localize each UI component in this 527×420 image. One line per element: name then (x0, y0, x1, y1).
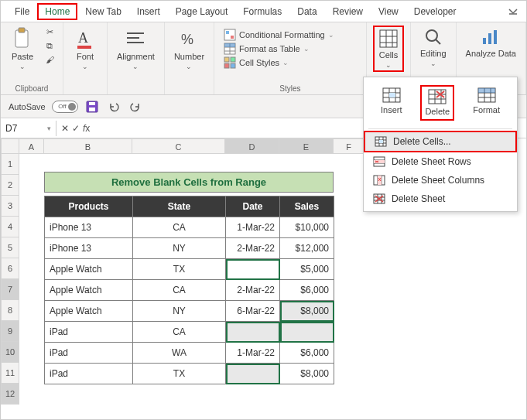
dd-insert-button[interactable]: Insert (378, 85, 406, 121)
cell[interactable]: WA (133, 343, 226, 364)
row-header-3[interactable]: 3 (1, 196, 19, 217)
cell[interactable]: $6,000 (280, 343, 334, 364)
tab-formulas[interactable]: Formulas (235, 3, 289, 20)
menu-delete-sheet-columns[interactable]: Delete Sheet Columns (364, 171, 517, 190)
format-painter-button[interactable]: 🖌 (43, 53, 56, 66)
cell[interactable]: Apple Watch (45, 259, 133, 280)
cell[interactable]: iPhone 13 (45, 238, 133, 259)
col-header-e[interactable]: E (279, 138, 334, 154)
row-header-11[interactable]: 11 (1, 363, 19, 384)
col-header-c[interactable]: C (132, 138, 225, 154)
cell-selected-blank[interactable] (226, 364, 280, 384)
col-header-b[interactable]: B (44, 138, 132, 154)
conditional-formatting-button[interactable]: Conditional Formatting⌄ (224, 29, 334, 41)
cell[interactable]: 6-Mar-22 (226, 301, 280, 322)
cell[interactable]: Apple Watch (45, 301, 133, 322)
row-header-2[interactable]: 2 (1, 175, 19, 196)
cell[interactable]: CA (133, 217, 226, 238)
cell-styles-button[interactable]: Cell Styles⌄ (224, 56, 289, 69)
paste-button[interactable]: Paste (7, 26, 38, 72)
row-header-6[interactable]: 6 (1, 258, 19, 279)
svg-rect-31 (89, 102, 95, 105)
group-styles: Conditional Formatting⌄ Format as Table⌄… (214, 22, 367, 94)
fx-icon[interactable]: fx (83, 123, 90, 134)
tab-pagelayout[interactable]: Page Layout (168, 3, 235, 20)
cell[interactable]: iPad (45, 364, 133, 384)
dd-format-button[interactable]: Format (470, 85, 503, 121)
cell-selected-blank[interactable] (226, 259, 280, 280)
tab-developer[interactable]: Developer (406, 3, 464, 20)
cell[interactable]: 2-Mar-22 (226, 238, 280, 259)
col-header-d[interactable]: D (225, 138, 279, 154)
cell[interactable]: $6,000 (280, 280, 334, 301)
cut-button[interactable]: ✂ (43, 26, 56, 38)
row-header-8[interactable]: 8 (1, 300, 19, 321)
search-icon (423, 27, 443, 47)
cell-selected-blank[interactable] (280, 322, 334, 343)
cell[interactable]: $5,000 (280, 259, 334, 280)
cell[interactable]: 2-Mar-22 (226, 280, 280, 301)
cell[interactable]: TX (133, 259, 226, 280)
tab-view[interactable]: View (371, 3, 406, 20)
cell[interactable]: $8,000 (280, 364, 334, 384)
table-row: Apple WatchTX$5,000 (45, 259, 334, 280)
cell[interactable]: iPhone 13 (45, 217, 133, 238)
analyze-data-button[interactable]: Analyze Data (463, 26, 519, 60)
alignment-icon (124, 27, 147, 50)
copy-button[interactable]: ⧉ (43, 39, 56, 52)
alignment-button[interactable]: Alignment (114, 26, 158, 72)
cell[interactable]: Apple Watch (45, 280, 133, 301)
col-header-a[interactable]: A (19, 138, 44, 154)
redo-button[interactable] (128, 99, 143, 114)
cell[interactable]: 1-Mar-22 (226, 217, 280, 238)
cell[interactable]: $10,000 (280, 217, 334, 238)
cell[interactable]: NY (133, 301, 226, 322)
cell[interactable]: TX (133, 364, 226, 384)
cells-label: Cells (379, 50, 398, 60)
row-header-1[interactable]: 1 (1, 154, 19, 175)
row-header-5[interactable]: 5 (1, 237, 19, 258)
svg-rect-18 (224, 63, 229, 68)
dd-delete-button[interactable]: Delete (420, 85, 454, 121)
cell[interactable]: iPad (45, 322, 133, 343)
menu-delete-cols-label: Delete Sheet Columns (392, 175, 484, 186)
table-row: Apple WatchNY6-Mar-22$8,000 (45, 301, 334, 322)
cell[interactable]: CA (133, 322, 226, 343)
number-button[interactable]: % Number (171, 26, 207, 72)
ribbon-collapse-icon[interactable] (500, 3, 526, 20)
enter-formula-icon[interactable]: ✓ (72, 123, 80, 134)
editing-button[interactable]: Editing (417, 26, 450, 69)
cancel-formula-icon[interactable]: ✕ (61, 123, 69, 134)
row-header-10[interactable]: 10 (1, 342, 19, 363)
autosave-toggle[interactable]: Off (52, 101, 78, 113)
menu-delete-sheet[interactable]: Delete Sheet (364, 190, 517, 208)
tab-insert[interactable]: Insert (129, 3, 168, 20)
cell-selected-blank[interactable]: $8,000 (280, 301, 334, 322)
col-header-f[interactable]: F (334, 138, 364, 154)
tab-review[interactable]: Review (325, 3, 371, 20)
row-header-7[interactable]: 7 (1, 279, 19, 300)
undo-button[interactable] (106, 99, 121, 114)
cell[interactable]: CA (133, 280, 226, 301)
cell[interactable]: iPad (45, 343, 133, 364)
menu-delete-sheet-rows[interactable]: Delete Sheet Rows (364, 152, 517, 171)
cells-dropdown: Insert Delete Format Delete Cells... Del… (363, 77, 518, 212)
tab-data[interactable]: Data (289, 3, 324, 20)
cells-button[interactable]: Cells (373, 26, 404, 72)
row-header-12[interactable]: 12 (1, 384, 19, 405)
cell[interactable]: $12,000 (280, 238, 334, 259)
tab-file[interactable]: File (7, 3, 37, 20)
font-button[interactable]: A Font (70, 26, 101, 72)
cell[interactable]: NY (133, 238, 226, 259)
row-header-4[interactable]: 4 (1, 217, 19, 237)
tab-home[interactable]: Home (37, 3, 77, 20)
row-header-9[interactable]: 9 (1, 321, 19, 342)
save-button[interactable] (84, 99, 100, 114)
tab-newtab[interactable]: New Tab (77, 3, 128, 20)
cell[interactable]: 1-Mar-22 (226, 343, 280, 364)
menu-delete-cells[interactable]: Delete Cells... (364, 131, 517, 152)
name-box[interactable]: D7▾ (1, 121, 56, 136)
format-as-table-button[interactable]: Format as Table⌄ (224, 43, 310, 55)
select-all-corner[interactable] (1, 138, 19, 154)
cell-selected-blank[interactable] (226, 322, 280, 343)
